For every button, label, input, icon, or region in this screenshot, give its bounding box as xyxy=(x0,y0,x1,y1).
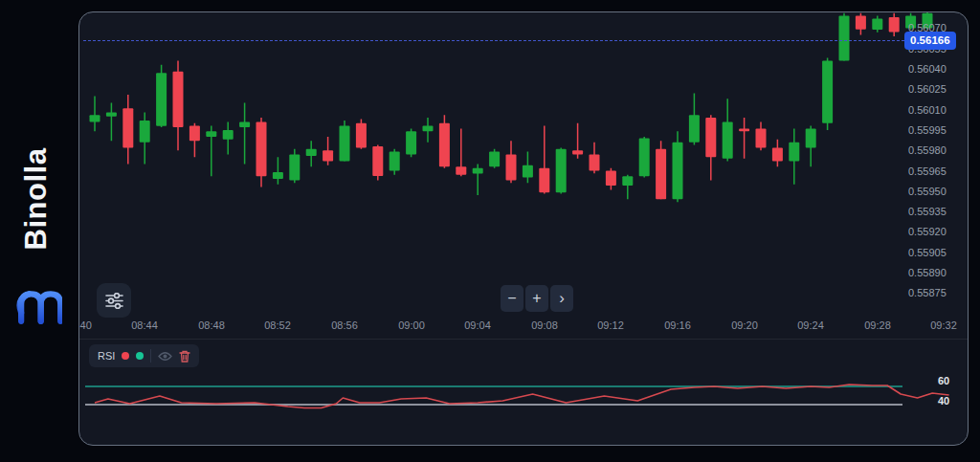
candle-body xyxy=(323,150,333,161)
candle-body xyxy=(656,149,666,200)
candle-body xyxy=(723,121,733,158)
price-axis-tick: 0.55935 xyxy=(908,205,947,218)
candle-body xyxy=(372,146,383,176)
price-axis-tick: 0.55905 xyxy=(908,246,947,259)
candle-body xyxy=(789,143,799,162)
time-axis-tick: 09:04 xyxy=(457,319,499,331)
candle-body xyxy=(122,108,133,147)
candle-body xyxy=(90,115,100,121)
price-axis-tick: 0.55920 xyxy=(908,225,947,238)
time-axis-tick: 09:00 xyxy=(390,319,433,331)
candle-body xyxy=(889,17,900,33)
candle-body xyxy=(306,149,317,156)
candle-body xyxy=(140,121,150,143)
candle-body xyxy=(523,165,533,178)
brand-logo-icon xyxy=(14,281,62,327)
visibility-eye-icon[interactable] xyxy=(158,351,172,362)
candle-body xyxy=(356,123,367,148)
candles-layer xyxy=(79,12,969,338)
time-axis-tick: 09:28 xyxy=(857,319,899,331)
price-axis-tick: 0.55875 xyxy=(908,286,947,299)
delete-trash-icon[interactable] xyxy=(179,350,190,363)
price-axis-tick: 0.55965 xyxy=(908,165,947,178)
sliders-icon xyxy=(105,293,123,309)
candle-body xyxy=(822,61,833,123)
current-price-dashed-line xyxy=(83,40,904,41)
candle-body xyxy=(872,19,882,30)
price-axis-tick: 0.56040 xyxy=(908,62,947,76)
rsi-red-dot-icon[interactable] xyxy=(122,352,129,360)
candle-body xyxy=(839,16,850,61)
candle-body xyxy=(106,112,117,116)
candle-body xyxy=(256,121,267,176)
time-axis-tick: 09:12 xyxy=(590,319,632,331)
candle-body xyxy=(406,131,416,154)
rsi-pane-separator xyxy=(79,339,969,340)
candle-body xyxy=(340,126,350,162)
rsi-indicator-chip[interactable]: RSI xyxy=(89,344,199,367)
rsi-upper-level-label: 60 xyxy=(938,375,967,386)
candle-body xyxy=(856,16,866,30)
price-axis-tick: 0.55950 xyxy=(908,185,947,198)
time-axis-tick: 08:56 xyxy=(323,319,366,331)
candle-body xyxy=(173,72,184,127)
pan-right-button[interactable]: › xyxy=(550,285,573,312)
price-axis-tick: 0.56010 xyxy=(908,103,947,117)
candle-body xyxy=(273,172,283,179)
candle-body xyxy=(572,150,583,154)
price-axis-tick: 0.55995 xyxy=(908,123,947,137)
candle-body xyxy=(189,126,200,142)
candle-body xyxy=(206,131,216,137)
candle-body xyxy=(705,118,716,157)
candle-body xyxy=(223,130,234,140)
rsi-teal-dot-icon[interactable] xyxy=(136,352,144,360)
candle-body xyxy=(622,176,633,186)
price-axis[interactable]: 0.560850.560700.560550.560400.560250.560… xyxy=(908,12,969,338)
candle-body xyxy=(673,143,683,200)
zoom-out-button[interactable]: − xyxy=(501,285,523,312)
candle-body xyxy=(639,138,650,176)
candle-body xyxy=(506,155,517,181)
candle-body xyxy=(239,121,250,127)
time-axis-tick: 08:52 xyxy=(256,319,299,331)
candle-body xyxy=(473,168,483,174)
time-axis-tick: 09:16 xyxy=(657,319,699,331)
zoom-in-button[interactable]: + xyxy=(525,285,548,312)
brand-name: Binolla xyxy=(19,148,54,251)
time-axis-tick: 09:20 xyxy=(724,319,766,331)
candle-body xyxy=(606,171,616,187)
candle-body xyxy=(590,155,600,171)
candle-body xyxy=(556,149,567,192)
rsi-chip-label: RSI xyxy=(98,350,115,362)
candle-body xyxy=(439,123,450,166)
chart-panel: 0.56166 0.560850.560700.560550.560400.56… xyxy=(78,11,969,446)
candle-body xyxy=(289,155,300,181)
price-axis-tick: 0.56085 xyxy=(908,11,947,14)
candle-body xyxy=(489,152,500,167)
candle-body xyxy=(423,126,434,132)
candle-body xyxy=(806,129,816,148)
candle-body xyxy=(390,152,400,171)
time-axis-tick: 09:08 xyxy=(523,319,566,331)
price-axis-tick: 0.55980 xyxy=(908,143,947,157)
chip-divider xyxy=(150,349,151,363)
time-axis-tick: 08:40 xyxy=(78,319,100,331)
candle-body xyxy=(156,73,167,125)
candle-body xyxy=(756,129,767,148)
candle-body xyxy=(539,168,549,193)
price-axis-tick: 0.55890 xyxy=(908,266,947,279)
candle-body xyxy=(772,147,783,161)
candle-body xyxy=(689,115,700,142)
time-axis-tick: 09:24 xyxy=(790,319,832,331)
time-axis-tick: 08:44 xyxy=(123,319,166,331)
candle-body xyxy=(456,166,466,175)
candle-body xyxy=(739,129,749,132)
price-axis-tick: 0.56025 xyxy=(908,82,947,96)
brand-sidebar: Binolla xyxy=(0,0,77,462)
rsi-layer xyxy=(79,376,969,446)
time-axis-tick: 08:48 xyxy=(190,319,233,331)
time-axis[interactable]: 08:4008:4408:4808:5208:5609:0009:0409:08… xyxy=(79,319,969,335)
indicator-settings-button[interactable] xyxy=(97,283,131,318)
current-price-label: 0.56166 xyxy=(904,32,956,50)
rsi-lower-level-label: 40 xyxy=(938,395,967,407)
